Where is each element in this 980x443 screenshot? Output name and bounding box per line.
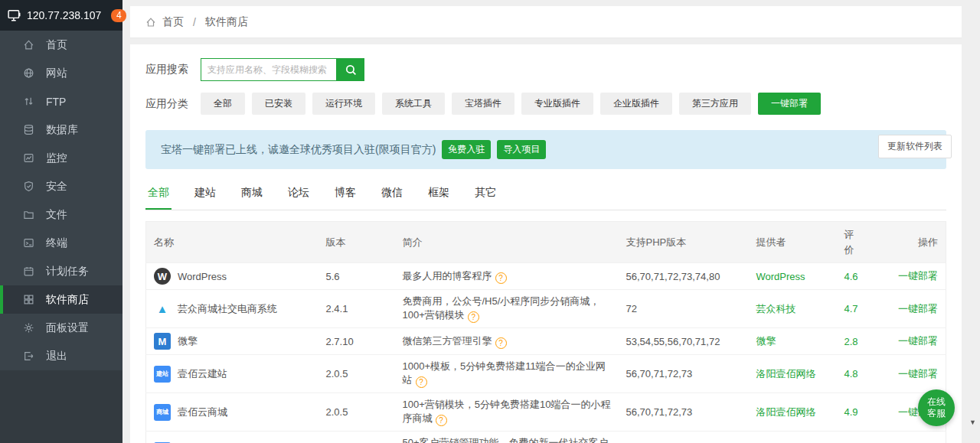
sidebar-item-monitor[interactable]: 监控 [0,144,122,172]
banner-button-1[interactable]: 导入项目 [497,140,546,159]
grid-icon [23,294,35,306]
app-provider-link[interactable]: 洛阳壹佰网络 [756,406,816,418]
tab-1[interactable]: 建站 [192,183,218,208]
breadcrumb-separator: / [190,16,199,28]
app-php-versions: 56,70,71,72,73 [619,432,749,443]
search-input[interactable] [201,58,337,81]
app-version: 2.0.5 [318,393,395,432]
tab-2[interactable]: 商城 [239,183,265,208]
category-list: 全部已安装运行环境系统工具宝塔插件专业版插件企业版插件第三方应用一键部署 [201,93,828,115]
category-button-3[interactable]: 系统工具 [382,93,445,115]
app-name: 芸众商城社交电商系统 [178,302,277,316]
sidebar-item-appstore[interactable]: 软件商店 [0,285,122,314]
sidebar-item-label: FTP [46,96,66,108]
category-button-5[interactable]: 专业版插件 [521,93,593,115]
column-header-2: 简介 [395,222,619,263]
breadcrumb: 首页 / 软件商店 [130,6,962,38]
sidebar-item-sites[interactable]: 网站 [0,59,122,87]
tab-0[interactable]: 全部 [145,183,172,210]
breadcrumb-home-link[interactable]: 首页 [162,15,184,29]
app-logo-icon: M [154,333,171,350]
column-header-1: 版本 [318,222,395,263]
sidebar-item-label: 面板设置 [46,321,89,335]
app-provider-link[interactable]: WordPress [756,271,805,282]
app-provider-link[interactable]: 芸众科技 [756,303,796,314]
sidebar-item-home[interactable]: 首页 [0,31,122,59]
tab-4[interactable]: 博客 [332,183,358,208]
sidebar-item-label: 安全 [46,180,67,194]
search-label: 应用搜索 [145,63,201,77]
shield-icon [23,181,35,193]
app-intro: 微信第三方管理引擎 [403,335,492,347]
sidebar-item-label: 数据库 [46,123,78,137]
tab-6[interactable]: 框架 [426,183,452,208]
sidebar-item-label: 软件商店 [46,293,89,307]
one-click-deploy-link[interactable]: 一键部署 [898,303,938,314]
banner-button-0[interactable]: 免费入驻 [442,140,491,159]
sidebar-item-label: 监控 [46,151,67,165]
help-icon[interactable] [416,376,427,388]
app-provider-link[interactable]: 洛阳壹佰网络 [756,368,816,379]
app-name: 微擎 [178,334,198,348]
search-button[interactable] [337,58,364,81]
main-area: 首页 / 软件商店 应用搜索 应用分类 全部已安装运行环境系统工具宝塔插件专业版… [122,0,980,443]
app-php-versions: 56,70,71,72,73 [619,393,749,432]
app-name: 壹佰云商城 [178,406,227,419]
column-header-5: 评价 [837,222,877,263]
banner-buttons: 免费入驻导入项目 [436,140,546,159]
help-icon[interactable] [436,415,447,426]
sidebar-item-label: 终端 [46,236,67,250]
help-icon[interactable] [468,311,479,323]
sidebar-item-label: 网站 [46,67,67,80]
app-rating: 4.6 [844,271,858,282]
table-row: W WordPress 5.6 最多人用的博客程序 56,70,71,72,73… [146,263,946,290]
tab-3[interactable]: 论坛 [286,183,312,208]
transfer-icon [23,96,35,108]
sidebar-item-database[interactable]: 数据库 [0,116,122,144]
sidebar-item-ftp[interactable]: FTP [0,87,122,116]
sidebar-item-files[interactable]: 文件 [0,200,122,229]
app-type-tabs: 全部建站商城论坛博客微信框架其它 [145,183,946,210]
help-icon[interactable] [495,272,507,284]
category-button-2[interactable]: 运行环境 [312,93,375,115]
category-button-0[interactable]: 全部 [201,93,245,115]
home-icon [145,17,156,28]
app-name: 壹佰云建站 [178,367,227,381]
category-button-4[interactable]: 宝塔插件 [452,93,514,115]
help-icon[interactable] [495,337,507,349]
category-button-1[interactable]: 已安装 [252,93,305,115]
tab-5[interactable]: 微信 [379,183,405,208]
one-click-deploy-link[interactable]: 一键部署 [898,368,938,379]
sidebar-item-settings[interactable]: 面板设置 [0,314,122,342]
app-logo-icon: 商城 [154,404,171,421]
scrollbar-down-arrow[interactable]: ▼ [969,419,976,426]
app-version: 2.0.5 [318,432,395,443]
one-click-deploy-link[interactable]: 一键部署 [898,335,938,347]
tab-7[interactable]: 其它 [472,183,498,208]
category-button-6[interactable]: 企业版插件 [600,93,672,115]
breadcrumb-current: 软件商店 [205,15,248,29]
sidebar-item-cron[interactable]: 计划任务 [0,257,122,285]
message-count-badge[interactable]: 4 [111,9,126,22]
app-rating: 4.9 [844,406,858,418]
table-header-row: 名称版本简介支持PHP版本提供者评价操作 [146,222,946,263]
column-header-4: 提供者 [749,222,837,263]
home-icon [23,39,35,51]
online-support-button[interactable]: 在线客服 [918,389,955,426]
table-row: ▲ 芸众商城社交电商系统 2.4.1 免费商用，公众号/H5/小程序同步分销商城… [146,290,946,328]
server-ip: 120.77.238.107 [27,9,101,21]
sidebar-item-terminal[interactable]: 终端 [0,229,122,257]
sidebar-item-logout[interactable]: 退出 [0,342,122,370]
update-software-list-button[interactable]: 更新软件列表 [878,135,952,158]
category-button-8[interactable]: 一键部署 [758,93,821,115]
app-provider-link[interactable]: 微擎 [756,335,776,347]
table-row: M 微擎 2.7.10 微信第三方管理引擎 53,54,55,56,70,71,… [146,328,946,355]
app-rating: 2.8 [844,336,858,347]
sidebar-item-security[interactable]: 安全 [0,172,122,200]
app-php-versions: 72 [619,290,749,328]
category-button-7[interactable]: 第三方应用 [679,93,751,115]
server-info[interactable]: 120.77.238.107 4 [0,0,122,31]
app-name: WordPress [178,271,227,282]
globe-icon [23,67,35,80]
one-click-deploy-link[interactable]: 一键部署 [898,270,938,282]
